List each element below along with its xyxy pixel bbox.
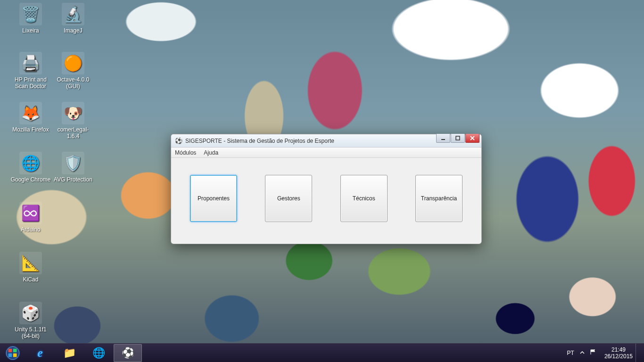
system-tray: PT 21:49 26/12/2015	[561, 344, 644, 362]
taskbar-time: 21:49	[604, 346, 633, 353]
taskbar-clock[interactable]: 21:49 26/12/2015	[600, 346, 636, 360]
proponentes-button[interactable]: Proponentes	[190, 175, 237, 222]
svg-point-4	[6, 346, 20, 360]
desktop-icon-mozilla-firefox[interactable]: 🦊Mozilla Firefox	[9, 102, 52, 133]
app-icon: 🟠	[62, 52, 84, 74]
taskbar-item-internet-explorer[interactable]: e	[26, 344, 54, 362]
icon-label: Unity 5.1.1f1 (64-bit)	[9, 326, 52, 339]
svg-rect-1	[456, 136, 460, 140]
menu-modulos[interactable]: Módulos	[175, 149, 196, 156]
icon-label: ImageJ	[52, 27, 94, 34]
icon-label: Mozilla Firefox	[9, 126, 52, 133]
desktop-icon-avg-protection[interactable]: 🛡️AVG Protection	[52, 152, 94, 183]
start-button[interactable]	[0, 344, 25, 362]
app-icon: ♾️	[19, 202, 42, 224]
svg-rect-9	[13, 353, 17, 357]
taskbar-item-sigesporte[interactable]: ⚽	[114, 344, 142, 362]
soccer-ball-icon: ⚽	[175, 137, 182, 145]
sigesporte-window: ⚽ SIGESPORTE - Sistema de Gestão de Proj…	[171, 134, 482, 244]
window-controls	[436, 134, 479, 143]
icon-label: KiCad	[9, 276, 52, 283]
desktop-icon-lixeira[interactable]: 🗑️Lixeira	[9, 3, 52, 34]
tecnicos-button[interactable]: Técnicos	[340, 175, 388, 222]
app-icon: 🖨️	[19, 52, 42, 74]
app-icon: 🔬	[62, 3, 84, 25]
desktop-icon-kicad[interactable]: 📐KiCad	[9, 252, 52, 283]
app-icon: 🌐	[19, 152, 42, 174]
window-titlebar[interactable]: ⚽ SIGESPORTE - Sistema de Gestão de Proj…	[171, 134, 481, 148]
desktop-icon-google-chrome[interactable]: 🌐Google Chrome	[9, 152, 52, 183]
app-icon: 🎲	[19, 302, 42, 324]
show-desktop-button[interactable]	[636, 344, 640, 362]
icon-label: Arduino	[9, 226, 52, 233]
gestores-button[interactable]: Gestores	[265, 175, 312, 222]
icon-label: AVG Protection	[52, 176, 94, 183]
close-button[interactable]	[465, 134, 479, 143]
tray-show-hidden-icon[interactable]	[580, 350, 585, 356]
minimize-button[interactable]	[436, 134, 450, 143]
windows-logo-icon	[5, 345, 21, 361]
svg-rect-8	[8, 353, 12, 357]
app-icon: 🐶	[62, 102, 84, 124]
icon-label: Google Chrome	[9, 176, 52, 183]
maximize-button[interactable]	[451, 134, 465, 143]
tray-flag-icon[interactable]	[590, 349, 597, 356]
taskbar-date: 26/12/2015	[604, 353, 633, 360]
svg-rect-6	[8, 348, 12, 352]
menu-ajuda[interactable]: Ajuda	[204, 149, 218, 156]
app-icon: 🦊	[19, 102, 42, 124]
app-icon: 🛡️	[62, 152, 84, 174]
transparencia-button[interactable]: Transparência	[415, 175, 462, 222]
icon-label: Octave-4.0.0 (GUI)	[52, 76, 94, 90]
icon-label: Lixeira	[9, 27, 52, 34]
svg-rect-7	[13, 348, 17, 352]
taskbar-item-file-explorer[interactable]: 📁	[55, 344, 83, 362]
app-icon: 🗑️	[19, 3, 42, 25]
desktop-icon-imagej[interactable]: 🔬ImageJ	[52, 3, 94, 34]
desktop-icon-hp-print-and-scan-doctor[interactable]: 🖨️HP Print and Scan Doctor	[9, 52, 52, 90]
desktop-icon-comerlegal-1-6-4[interactable]: 🐶comerLegal-1.6.4	[52, 102, 94, 140]
taskbar: e📁🌐⚽ PT 21:49 26/12/2015	[0, 343, 644, 362]
taskbar-item-google-chrome[interactable]: 🌐	[84, 344, 113, 362]
desktop-icon-arduino[interactable]: ♾️Arduino	[9, 202, 52, 233]
app-icon: 📐	[19, 252, 42, 274]
tray-language-indicator[interactable]: PT	[567, 350, 574, 356]
menubar: Módulos Ajuda	[171, 148, 481, 158]
desktop-icon-octave-4-0-0-gui-[interactable]: 🟠Octave-4.0.0 (GUI)	[52, 52, 94, 90]
icon-label: HP Print and Scan Doctor	[9, 76, 52, 90]
window-body: Proponentes Gestores Técnicos Transparên…	[171, 158, 481, 239]
desktop-icon-unity-5-1-1f1-64-bit-[interactable]: 🎲Unity 5.1.1f1 (64-bit)	[9, 302, 52, 339]
icon-label: comerLegal-1.6.4	[52, 126, 94, 140]
